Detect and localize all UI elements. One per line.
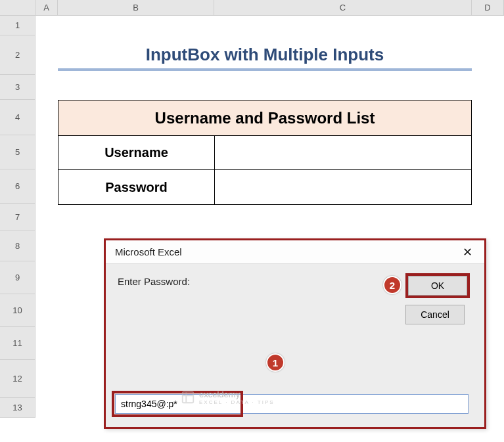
ok-highlight: OK bbox=[405, 273, 470, 298]
table-header: Username and Password List bbox=[58, 100, 471, 136]
corner-cell bbox=[0, 0, 35, 15]
table-row: Username bbox=[58, 136, 471, 170]
credentials-table: Username and Password List Username Pass… bbox=[58, 100, 472, 205]
inputbox-dialog: Microsoft Excel ✕ Enter Password: OK Can… bbox=[104, 238, 486, 429]
password-label: Password bbox=[58, 170, 215, 204]
col-header-D[interactable]: D bbox=[472, 0, 504, 15]
row-header-4[interactable]: 4 bbox=[0, 100, 35, 135]
callout-2: 2 bbox=[383, 276, 401, 294]
callout-1: 1 bbox=[266, 353, 285, 372]
row-header-5[interactable]: 5 bbox=[0, 135, 35, 169]
close-icon[interactable]: ✕ bbox=[454, 242, 480, 262]
row-header-7[interactable]: 7 bbox=[0, 204, 35, 231]
row-header-10[interactable]: 10 bbox=[0, 294, 35, 327]
password-input[interactable] bbox=[115, 394, 469, 414]
logo-icon bbox=[181, 390, 195, 405]
col-header-A[interactable]: A bbox=[35, 0, 58, 15]
column-headers: A B C D bbox=[0, 0, 504, 16]
row-header-3[interactable]: 3 bbox=[0, 75, 35, 100]
row-header-6[interactable]: 6 bbox=[0, 169, 35, 204]
row-header-13[interactable]: 13 bbox=[0, 398, 35, 418]
watermark-sub: EXCEL · DATA · TIPS bbox=[199, 399, 275, 405]
col-header-C[interactable]: C bbox=[214, 0, 472, 15]
row-headers: 1 2 3 4 5 6 7 8 9 10 11 12 13 bbox=[0, 16, 35, 418]
row-header-9[interactable]: 9 bbox=[0, 261, 35, 294]
row-header-1[interactable]: 1 bbox=[0, 16, 35, 35]
row-header-2[interactable]: 2 bbox=[0, 35, 35, 75]
table-row: Password bbox=[58, 170, 471, 204]
username-value[interactable] bbox=[215, 136, 471, 169]
page-title: InputBox with Multiple Inputs bbox=[58, 41, 472, 71]
watermark-name: exceldemy bbox=[199, 389, 240, 399]
svg-rect-0 bbox=[183, 392, 194, 403]
row-header-11[interactable]: 11 bbox=[0, 327, 35, 360]
sheet-area: InputBox with Multiple Inputs Username a… bbox=[35, 16, 504, 442]
cancel-button[interactable]: Cancel bbox=[405, 305, 465, 324]
dialog-title: Microsoft Excel bbox=[115, 246, 182, 257]
dialog-body: Enter Password: OK Cancel 1 2 bbox=[106, 264, 484, 427]
input-wrap bbox=[115, 394, 469, 414]
watermark: exceldemy EXCEL · DATA · TIPS bbox=[181, 389, 275, 405]
row-header-12[interactable]: 12 bbox=[0, 360, 35, 398]
ok-button[interactable]: OK bbox=[408, 276, 467, 296]
password-value[interactable] bbox=[215, 170, 471, 204]
col-header-B[interactable]: B bbox=[58, 0, 214, 15]
dialog-buttons: OK Cancel bbox=[405, 273, 470, 324]
dialog-titlebar[interactable]: Microsoft Excel ✕ bbox=[106, 240, 484, 264]
row-header-8[interactable]: 8 bbox=[0, 231, 35, 261]
username-label: Username bbox=[58, 136, 215, 169]
